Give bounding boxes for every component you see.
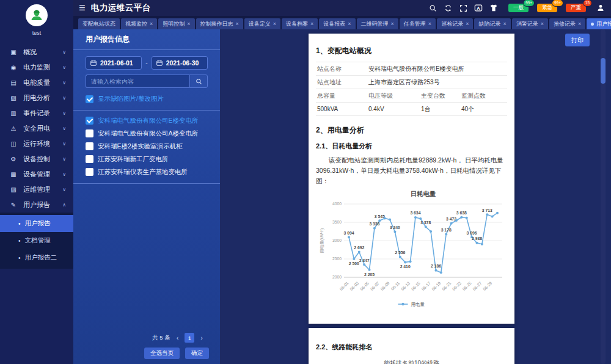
date-separator: -	[145, 60, 147, 67]
tab[interactable]: 控制操作日志×	[196, 18, 243, 29]
station-checkbox-row[interactable]: 安科瑞E楼2楼实验室演示机柜	[86, 140, 208, 153]
tab[interactable]: 照明控制×	[158, 18, 194, 29]
station-checkbox-row[interactable]: 江苏安科瑞新工厂变电所	[86, 153, 208, 166]
svg-text:2500: 2500	[332, 257, 342, 261]
sidebar-item[interactable]: ◉电力监测∨	[0, 60, 73, 75]
close-tab-icon[interactable]: ×	[466, 21, 469, 27]
confirm-button[interactable]: 确定	[185, 348, 209, 359]
divider	[73, 183, 220, 184]
sidebar-subitem[interactable]: •用户报告	[0, 215, 73, 232]
alarm-badge-label: 一般	[513, 4, 524, 12]
tab[interactable]: 设备报表×	[319, 18, 355, 29]
section21-heading: 2.1、日耗电量分析	[316, 142, 507, 151]
sidebar-item[interactable]: ▦设备管理∨	[0, 167, 73, 182]
sidebar-item-label: 安全用电	[23, 124, 62, 133]
consumption-summary-paragraph: 该变配电站监测周期内总耗电量92889.2kW·h， 日平均耗电量3096.31…	[316, 155, 507, 186]
svg-text:3 240: 3 240	[390, 225, 400, 230]
sidebar-subitem-label: 文档管理	[25, 236, 51, 245]
tab[interactable]: 消警记录×	[512, 18, 548, 29]
search-input[interactable]	[86, 75, 189, 88]
close-tab-icon[interactable]: ×	[348, 21, 351, 27]
menu-toggle-icon[interactable]: ☰	[79, 4, 86, 12]
sidebar-item[interactable]: ✎用户报告∧	[0, 197, 73, 213]
tab[interactable]: 用户报告×	[587, 18, 611, 29]
station-checkbox-row[interactable]: 安科瑞电气股份有限公司A楼变电所	[86, 127, 208, 140]
sidebar-item[interactable]: ⚙设备控制∨	[0, 151, 73, 167]
alarm-badges: 一般99+紧急99+严重15	[508, 4, 586, 12]
table-header-cell: 电压等级	[368, 92, 421, 100]
chevron-down-icon: ∨	[62, 172, 66, 177]
close-tab-icon[interactable]: ×	[391, 21, 394, 27]
tab[interactable]: 变配电站状态	[78, 18, 120, 29]
station-checkbox-row[interactable]: 安科瑞电气股份有限公司E楼变电所	[86, 114, 208, 127]
search-button[interactable]	[189, 75, 208, 88]
checkbox-unchecked-icon	[86, 155, 93, 163]
close-tab-icon[interactable]: ×	[541, 21, 544, 27]
close-tab-icon[interactable]: ×	[150, 21, 153, 27]
date-to-input[interactable]: 2021-06-30	[152, 56, 208, 70]
print-button[interactable]: 打印	[565, 34, 590, 46]
theme-skin-icon[interactable]	[489, 4, 498, 12]
svg-text:06-09: 06-09	[379, 281, 390, 291]
svg-text:3000: 3000	[332, 238, 342, 242]
alarm-badge[interactable]: 紧急99+	[537, 4, 557, 12]
search-icon	[196, 78, 202, 85]
next-page-icon[interactable]: ›	[200, 334, 203, 341]
close-tab-icon[interactable]: ×	[236, 21, 239, 27]
tab[interactable]: 二维码管理×	[357, 18, 398, 29]
sidebar-subitem[interactable]: •用户报告二	[0, 249, 73, 266]
tab[interactable]: 缺陷记录×	[474, 18, 510, 29]
search-icon[interactable]	[428, 4, 437, 12]
chevron-down-icon: ∨	[62, 156, 66, 162]
sidebar-item[interactable]: ▨运维管理∨	[0, 182, 73, 197]
tab[interactable]: 任务管理×	[400, 18, 436, 29]
sidebar-item[interactable]: ◫运行环境∨	[0, 136, 73, 151]
alarm-badge[interactable]: 一般99+	[508, 4, 529, 12]
sidebar-item[interactable]: ▤电能质量∨	[0, 75, 73, 90]
tab[interactable]: 抢修记录×	[549, 18, 585, 29]
svg-text:3 378: 3 378	[420, 220, 431, 225]
sidebar-subitem[interactable]: •文档管理	[0, 232, 73, 249]
select-all-page-button[interactable]: 全选当页	[144, 348, 180, 359]
svg-text:3 634: 3 634	[410, 211, 420, 215]
date-to-value: 2021-06-30	[166, 59, 199, 67]
user-avatar[interactable]	[26, 4, 48, 26]
sidebar-item[interactable]: ▧用电分析∨	[0, 90, 73, 106]
scrollbar-thumb[interactable]	[601, 58, 606, 84]
sidebar-item[interactable]: ▣概况∨	[0, 45, 73, 60]
svg-text:2 410: 2 410	[400, 264, 411, 269]
topbar: ☰ 电力运维云平台 A 一般99+紧急99+严重15	[73, 0, 611, 16]
tab[interactable]: 设备档案×	[282, 18, 318, 29]
close-tab-icon[interactable]: ×	[273, 21, 276, 27]
translate-icon[interactable]: A	[474, 4, 483, 12]
checkbox-unchecked-icon	[86, 168, 93, 176]
svg-text:06-11: 06-11	[390, 281, 401, 291]
fullscreen-icon[interactable]	[459, 4, 467, 12]
close-tab-icon[interactable]: ×	[428, 21, 431, 27]
page-number[interactable]: 1	[185, 333, 194, 343]
tab[interactable]: 设备定义×	[244, 18, 280, 29]
chevron-up-icon: ∧	[62, 202, 66, 208]
close-tab-icon[interactable]: ×	[310, 21, 313, 27]
tab[interactable]: 巡检记录×	[437, 18, 473, 29]
station-checkbox-row[interactable]: 江苏安科瑞仪表生产基地变电所	[86, 166, 208, 178]
close-tab-icon[interactable]: ×	[578, 21, 581, 27]
sidebar-item-icon: ▥	[9, 110, 18, 117]
close-tab-icon[interactable]: ×	[503, 21, 506, 27]
sidebar-item-icon: ▦	[9, 171, 18, 178]
date-from-input[interactable]: 2021-06-01	[86, 56, 142, 70]
close-tab-icon[interactable]: ×	[187, 21, 190, 27]
checkbox-label: 显示缺陷图片/整改图片	[98, 95, 164, 103]
user-icon[interactable]	[596, 4, 605, 12]
sidebar-item[interactable]: ⚠安全用电∨	[0, 121, 73, 136]
table-header-cell: 监测点数	[461, 92, 507, 100]
svg-text:3 096: 3 096	[467, 231, 477, 235]
chevron-down-icon: ∨	[62, 95, 66, 101]
prev-page-icon[interactable]: ‹	[177, 334, 179, 341]
alarm-badge[interactable]: 严重15	[566, 4, 586, 12]
sidebar-item[interactable]: ▥事件记录∨	[0, 106, 73, 121]
show-images-checkbox[interactable]: 显示缺陷图片/整改图片	[86, 94, 208, 104]
sidebar: test ▣概况∨◉电力监测∨▤电能质量∨▧用电分析∨▥事件记录∨⚠安全用电∨◫…	[0, 0, 73, 364]
refresh-icon[interactable]	[444, 4, 452, 12]
tab[interactable]: 视频监控×	[121, 18, 157, 29]
